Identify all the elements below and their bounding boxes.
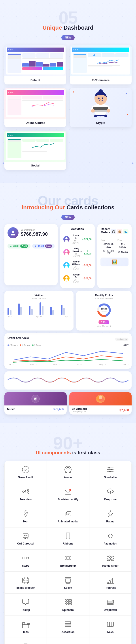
component-spinners-label: Spinners: [62, 608, 74, 612]
svg-rect-78: [65, 578, 71, 579]
svg-rect-3: [93, 107, 108, 110]
image-icon: [21, 576, 30, 584]
svg-rect-97: [70, 602, 72, 603]
component-navs[interactable]: Navs: [89, 616, 132, 638]
cards-row-2: Visitors Active - Browser: [4, 291, 132, 330]
component-ribbons[interactable]: Ribbons: [47, 527, 89, 550]
component-avatar[interactable]: Avatar: [47, 461, 89, 483]
navs-icon: [106, 620, 115, 629]
svg-rect-100: [68, 604, 70, 605]
dropdown-icon: [106, 598, 115, 607]
component-carousel[interactable]: Owl Carousel: [4, 527, 47, 550]
component-progress[interactable]: Progress: [89, 572, 132, 594]
component-tour[interactable]: Tour: [4, 505, 47, 527]
svg-point-59: [25, 557, 26, 559]
component-notify[interactable]: Bootstrap notify: [47, 483, 89, 505]
component-sweetalert2[interactable]: SweetAlert2: [4, 461, 47, 483]
svg-point-11: [12, 230, 14, 233]
svg-rect-85: [107, 582, 109, 584]
bookmark-icon: [64, 532, 72, 540]
svg-point-34: [111, 469, 112, 470]
balance-card: Your Balance $768,987.90 ▲ 78.8K Profit …: [4, 224, 58, 286]
order-overview-badge: Last month: [115, 338, 129, 341]
component-dropzone[interactable]: Dropzone: [89, 483, 132, 505]
component-accordion-label: Accordion: [61, 630, 74, 634]
component-statecolor[interactable]: state color: [47, 638, 89, 644]
component-treeview[interactable]: Tree view: [4, 483, 47, 505]
dashboard-card-course-label: Online Course: [4, 119, 66, 127]
svg-rect-87: [111, 579, 112, 584]
component-sticky[interactable]: Sticky: [47, 572, 89, 594]
dashboard-card-crypto[interactable]: ✦ ✦ ✦ Crypto: [70, 88, 132, 127]
map-pin-icon: [21, 509, 30, 518]
svg-rect-96: [68, 602, 70, 603]
svg-point-26: [99, 396, 102, 399]
component-carousel-label: Owl Carousel: [17, 542, 34, 545]
layers-icon: [64, 509, 72, 518]
component-spinners[interactable]: Spinners: [47, 594, 89, 616]
svg-point-36: [22, 491, 24, 492]
donut-chart: $ 34,098 Total Profits: [79, 301, 129, 319]
mini-ui-default: [6, 47, 65, 74]
component-tooltip[interactable]: Tooltip: [4, 594, 47, 616]
component-tabs-label: Tabs: [22, 630, 28, 634]
svg-marker-52: [108, 511, 113, 516]
cards-badge-wrapper: NEW: [4, 213, 132, 220]
bar-chart-icon: [106, 576, 115, 584]
component-dropdown-label: Dropdown: [104, 608, 117, 612]
dashboard-card-ecommerce[interactable]: E-Commerce: [70, 45, 132, 84]
tree-view-icon: [21, 487, 30, 496]
svg-point-56: [27, 538, 28, 539]
svg-rect-65: [69, 557, 71, 559]
svg-rect-114: [107, 622, 114, 626]
component-scrollable[interactable]: Scrollable: [89, 461, 132, 483]
right-arrow-decor: ▸: [132, 160, 134, 165]
code-brackets-icon: [106, 532, 115, 540]
cards-section: Our cards Introducing Our Cards collecti…: [0, 183, 136, 423]
svg-rect-93: [70, 600, 72, 601]
dashboard-badge: NEW: [4, 34, 132, 40]
dashboard-card-social[interactable]: Social: [4, 131, 66, 170]
component-pagination[interactable]: Pagination: [89, 527, 132, 550]
component-shadow[interactable]: Shadow: [4, 638, 47, 644]
artwork-sub: Designingo.co: [72, 410, 87, 413]
sliders-icon: [106, 465, 115, 474]
artwork-card: 3d Artwork Designingo.co $7,450: [69, 392, 132, 414]
component-dropdown[interactable]: Dropdown: [89, 594, 132, 616]
mini-ui-ecommerce: [71, 47, 130, 74]
component-treeview-label: Tree view: [20, 498, 32, 501]
dashboard-card-default[interactable]: Default: [4, 45, 66, 84]
component-pagination-label: Pagination: [104, 542, 117, 545]
component-breadcrumb[interactable]: Breadcrumb: [47, 550, 89, 572]
shadow-icon: [21, 642, 30, 644]
spinner-icon: [64, 598, 72, 607]
pin-icon: [64, 576, 72, 584]
dashboard-card-default-label: Default: [4, 76, 66, 84]
component-cropper[interactable]: Image cropper: [4, 572, 47, 594]
svg-rect-92: [68, 600, 70, 601]
crypto-person-svg: [86, 88, 115, 120]
component-list[interactable]: List: [89, 638, 132, 644]
svg-rect-86: [109, 580, 110, 584]
dashboard-grid: Default: [4, 45, 132, 170]
component-modal[interactable]: Animated modal: [47, 505, 89, 527]
activity-item-1: Anna K. 15 - Jun'20 + $24,00: [63, 233, 91, 246]
svg-text:$ 34,098: $ 34,098: [101, 308, 107, 310]
component-steps[interactable]: Steps: [4, 550, 47, 572]
component-tabs[interactable]: Tabs: [4, 616, 47, 638]
music-card: Music $21,435: [4, 392, 67, 414]
dashboard-card-ecommerce-label: E-Commerce: [70, 76, 132, 84]
media-cards-row: Music $21,435: [4, 392, 132, 414]
component-range[interactable]: Range Slider: [89, 550, 132, 572]
svg-rect-110: [65, 624, 71, 625]
dashboard-card-course[interactable]: Online Course: [4, 88, 66, 127]
svg-point-14: [65, 263, 68, 266]
order-overview-card: Order Overview Last month # Returns # Ea…: [4, 333, 132, 369]
component-rating[interactable]: Rating: [89, 505, 132, 527]
svg-point-46: [25, 512, 26, 514]
waveform-card: [4, 372, 132, 390]
cards-row-1: Your Balance $768,987.90 ▲ 78.8K Profit …: [4, 224, 132, 288]
mini-ui-social: [6, 132, 65, 160]
component-progress-label: Progress: [105, 586, 116, 590]
component-accordion[interactable]: Accordion: [47, 616, 89, 638]
